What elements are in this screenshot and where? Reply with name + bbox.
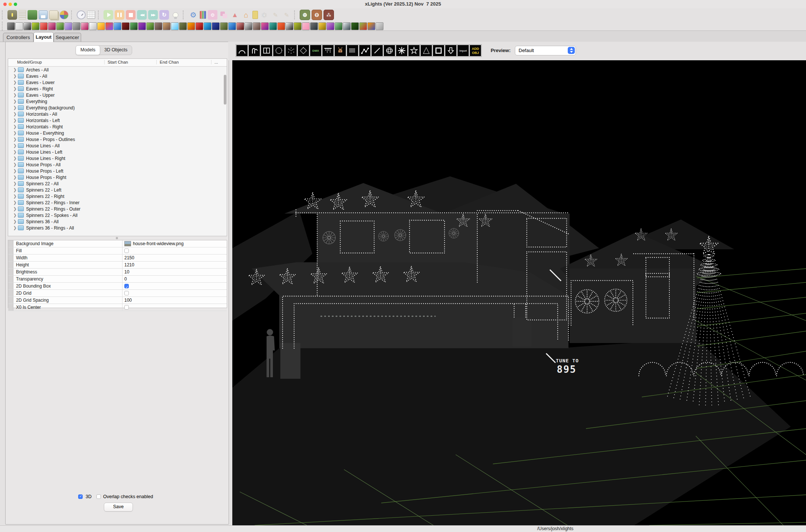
fast-forward-icon[interactable]: ▶▶: [148, 10, 158, 20]
pause-icon[interactable]: [115, 10, 124, 20]
disclosure-icon[interactable]: ❯: [13, 67, 17, 72]
schedule-clock-icon[interactable]: [77, 10, 86, 19]
property-checkbox[interactable]: [124, 305, 129, 310]
tree-item[interactable]: ❯Everything: [8, 98, 223, 105]
effect-icon-33[interactable]: [269, 22, 277, 30]
property-value[interactable]: [122, 283, 129, 289]
effect-icon-37[interactable]: [302, 22, 310, 30]
effect-icon-3[interactable]: [23, 22, 31, 30]
new-sequence-icon[interactable]: [19, 10, 26, 20]
tree-item[interactable]: ❯Eaves - Right: [8, 86, 223, 92]
property-value[interactable]: 2150: [122, 254, 134, 261]
effect-icon-29[interactable]: [236, 22, 244, 30]
effect-icon-30[interactable]: [245, 22, 252, 30]
effect-icon-35[interactable]: [286, 22, 293, 30]
effect-icon-10[interactable]: [81, 22, 89, 30]
house-preview-icon[interactable]: ⌂: [241, 10, 251, 20]
disclosure-icon[interactable]: ❯: [13, 206, 17, 211]
effect-icon-24[interactable]: [195, 22, 203, 30]
effect-icon-27[interactable]: [220, 22, 228, 30]
tree-item[interactable]: ❯Eaves - All: [8, 73, 223, 79]
tree-item[interactable]: ❯Spinners 22 - Spokes - All: [8, 212, 223, 218]
tree-item[interactable]: ❯Spinners 22 - All: [8, 180, 223, 187]
tool-cube-icon[interactable]: [285, 45, 297, 57]
preview-3d-viewport[interactable]: TUNE TO 895: [232, 60, 806, 525]
tool-icicles-icon[interactable]: [322, 45, 334, 57]
crayons-icon[interactable]: [200, 11, 206, 19]
render-burst-icon[interactable]: ∗: [259, 10, 269, 20]
effect-icon-2[interactable]: [15, 22, 23, 30]
tree-item[interactable]: ❯Spinners 36 - All: [8, 218, 223, 225]
tool-circle-icon[interactable]: [273, 45, 285, 57]
open-show-directory-icon[interactable]: [7, 10, 17, 20]
effect-icon-12[interactable]: [97, 22, 105, 30]
maximize-icon[interactable]: [14, 3, 17, 6]
col-more[interactable]: ...: [211, 60, 218, 64]
tool-sphere-icon[interactable]: [383, 45, 395, 57]
tree-item[interactable]: ❯Everything (background): [8, 105, 223, 111]
property-checkbox[interactable]: [124, 284, 129, 288]
effect-icon-45[interactable]: [367, 22, 375, 30]
effect-icon-13[interactable]: [105, 22, 113, 30]
open-sequence-icon[interactable]: [28, 10, 37, 20]
tree-item[interactable]: ❯Spinners 36 - Rings - All: [8, 225, 223, 231]
tab-layout[interactable]: Layout: [34, 32, 54, 42]
effect-icon-42[interactable]: [343, 22, 351, 30]
tab-sequencer[interactable]: Sequencer: [54, 33, 81, 42]
3d-checkbox[interactable]: [78, 494, 83, 499]
disclosure-icon[interactable]: ❯: [13, 86, 17, 91]
overlap-checkbox[interactable]: [96, 494, 101, 499]
tree-item[interactable]: ❯Spinners 22 - Left: [8, 187, 223, 193]
effect-icon-16[interactable]: [130, 22, 138, 30]
property-value[interactable]: 10: [122, 269, 129, 275]
tool-dmx-icon[interactable]: DMX: [310, 45, 322, 57]
tree-item[interactable]: ❯House Lines - Left: [8, 149, 223, 155]
effect-icon-17[interactable]: [138, 22, 146, 30]
property-value[interactable]: 100: [122, 297, 132, 304]
effect-settings-icon[interactable]: ⚙: [208, 10, 217, 20]
disclosure-icon[interactable]: ❯: [13, 200, 17, 205]
palette-icon[interactable]: [60, 10, 69, 19]
effect-icon-4[interactable]: [32, 22, 39, 30]
tool-matrix-icon[interactable]: [347, 45, 359, 57]
tree-item[interactable]: ❯House Props - Right: [8, 174, 223, 180]
property-value[interactable]: [122, 304, 129, 311]
property-value[interactable]: house-front-wideview.png: [122, 240, 184, 247]
effect-icon-1[interactable]: [7, 22, 15, 30]
tree-item[interactable]: ❯House Props - Left: [8, 168, 223, 174]
pencil-effects-2-icon[interactable]: ✎: [282, 10, 292, 20]
effect-icon-6[interactable]: [48, 22, 56, 30]
disclosure-icon[interactable]: ❯: [13, 99, 17, 104]
tree-item[interactable]: ❯Horizontals - Right: [8, 124, 223, 130]
save-icon[interactable]: [39, 10, 48, 19]
disclosure-icon[interactable]: ❯: [13, 131, 17, 135]
disclosure-icon[interactable]: ❯: [13, 162, 17, 167]
col-end-chan[interactable]: End Chan: [156, 60, 179, 64]
tool-spinner-icon[interactable]: [396, 45, 408, 57]
tree-item[interactable]: ❯House - Props - Outlines: [8, 136, 223, 142]
effect-icon-31[interactable]: [253, 22, 261, 30]
tool-star-icon[interactable]: [408, 45, 420, 57]
disclosure-icon[interactable]: ❯: [13, 194, 17, 199]
effect-icon-36[interactable]: [294, 22, 302, 30]
property-value[interactable]: [122, 247, 129, 254]
effect-icon-20[interactable]: [163, 22, 171, 30]
effect-icon-11[interactable]: [89, 22, 97, 30]
disclosure-icon[interactable]: ❯: [13, 124, 17, 129]
property-value[interactable]: 1210: [122, 262, 134, 268]
settings-gear-icon[interactable]: ⚙: [188, 10, 198, 20]
save-as-icon[interactable]: [49, 10, 58, 19]
effect-icon-25[interactable]: [204, 22, 211, 30]
pencil-effects-icon[interactable]: ✎: [271, 10, 280, 20]
disclosure-icon[interactable]: ❯: [13, 188, 17, 192]
effect-icon-23[interactable]: [187, 22, 195, 30]
effect-icon-18[interactable]: [146, 22, 154, 30]
notes-icon[interactable]: [252, 11, 258, 19]
tool-poly-line-icon[interactable]: [359, 45, 371, 57]
effect-icon-41[interactable]: [335, 22, 343, 30]
toggle-models[interactable]: Models: [76, 45, 100, 55]
effect-icon-32[interactable]: [261, 22, 269, 30]
close-icon[interactable]: [3, 3, 7, 6]
tree-scrollbar[interactable]: [224, 68, 226, 240]
tool-candy-cane-icon[interactable]: [248, 45, 260, 57]
